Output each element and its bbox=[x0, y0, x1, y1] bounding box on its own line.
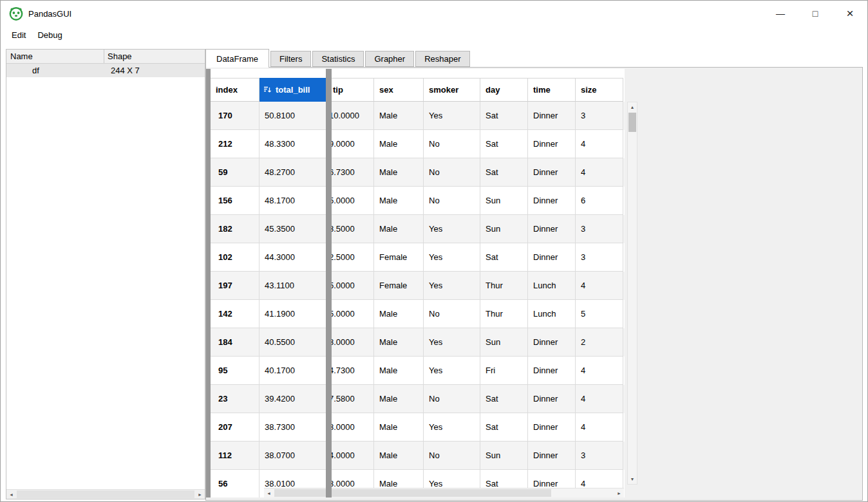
column-header-shape[interactable]: Shape bbox=[104, 50, 205, 63]
sidebar-scrollbar-thumb[interactable] bbox=[17, 490, 194, 498]
column-header-total_bill[interactable]: total_bill bbox=[259, 78, 328, 102]
cell-time[interactable]: Dinner bbox=[528, 102, 576, 130]
tab-statistics[interactable]: Statistics bbox=[312, 51, 364, 67]
close-button[interactable]: × bbox=[833, 1, 867, 26]
horizontal-scrollbar-thumb[interactable] bbox=[274, 489, 551, 497]
cell-tip[interactable]: 3.5000 bbox=[328, 215, 374, 243]
cell-time[interactable]: Dinner bbox=[528, 442, 576, 470]
cell-tip[interactable]: 3.0000 bbox=[328, 413, 374, 442]
tab-grapher[interactable]: Grapher bbox=[365, 51, 414, 67]
maximize-button[interactable]: □ bbox=[798, 1, 833, 26]
column-header-time[interactable]: time bbox=[528, 78, 576, 102]
scroll-left-icon[interactable]: ◄ bbox=[6, 490, 16, 499]
cell-day[interactable]: Sat bbox=[480, 413, 528, 442]
cell-smoker[interactable]: No bbox=[424, 300, 480, 328]
table-horizontal-scrollbar[interactable]: ◄ ► bbox=[264, 488, 624, 497]
cell-size[interactable]: 4 bbox=[576, 272, 623, 300]
cell-sex[interactable]: Male bbox=[374, 158, 424, 187]
cell-total_bill[interactable]: 45.3500 bbox=[259, 215, 328, 243]
cell-smoker[interactable]: No bbox=[424, 385, 480, 413]
cell-time[interactable]: Dinner bbox=[528, 158, 576, 187]
cell-size[interactable]: 3 bbox=[576, 102, 623, 130]
cell-tip[interactable]: 4.0000 bbox=[328, 442, 374, 470]
cell-day[interactable]: Fri bbox=[480, 357, 528, 385]
cell-size[interactable]: 4 bbox=[576, 413, 623, 442]
cell-index[interactable]: 212 bbox=[211, 130, 259, 158]
sidebar-horizontal-scrollbar[interactable]: ◄ ► bbox=[6, 489, 205, 499]
cell-index[interactable]: 102 bbox=[211, 243, 259, 272]
cell-time[interactable]: Dinner bbox=[528, 328, 576, 357]
cell-sex[interactable]: Male bbox=[374, 385, 424, 413]
column-header-smoker[interactable]: smoker bbox=[424, 78, 480, 102]
cell-day[interactable]: Sat bbox=[480, 243, 528, 272]
dataframe-list-item-df[interactable]: df 244 X 7 bbox=[6, 64, 205, 77]
cell-time[interactable]: Dinner bbox=[528, 187, 576, 215]
scroll-up-icon[interactable]: ▲ bbox=[628, 102, 637, 112]
cell-index[interactable]: 182 bbox=[211, 215, 259, 243]
cell-total_bill[interactable]: 40.1700 bbox=[259, 357, 328, 385]
column-header-tip[interactable]: tip bbox=[328, 78, 374, 102]
cell-smoker[interactable]: No bbox=[424, 158, 480, 187]
cell-index[interactable]: 197 bbox=[211, 272, 259, 300]
cell-size[interactable]: 6 bbox=[576, 187, 623, 215]
column-header-index[interactable]: index bbox=[211, 78, 259, 102]
cell-smoker[interactable]: Yes bbox=[424, 102, 480, 130]
scroll-down-icon[interactable]: ▼ bbox=[628, 474, 637, 484]
cell-day[interactable]: Sun bbox=[480, 215, 528, 243]
cell-smoker[interactable]: No bbox=[424, 130, 480, 158]
cell-size[interactable]: 3 bbox=[576, 243, 623, 272]
vertical-scrollbar-thumb[interactable] bbox=[628, 113, 636, 132]
cell-time[interactable]: Dinner bbox=[528, 243, 576, 272]
scroll-left-icon[interactable]: ◄ bbox=[264, 488, 274, 497]
cell-sex[interactable]: Male bbox=[374, 300, 424, 328]
cell-smoker[interactable]: Yes bbox=[424, 357, 480, 385]
cell-tip[interactable]: 10.0000 bbox=[328, 102, 374, 130]
cell-tip[interactable]: 5.0000 bbox=[328, 187, 374, 215]
cell-time[interactable]: Dinner bbox=[528, 130, 576, 158]
cell-time[interactable]: Lunch bbox=[528, 272, 576, 300]
cell-sex[interactable]: Male bbox=[374, 215, 424, 243]
cell-day[interactable]: Sun bbox=[480, 187, 528, 215]
table-vertical-scrollbar[interactable]: ▲ ▼ bbox=[627, 102, 637, 485]
cell-index[interactable]: 142 bbox=[211, 300, 259, 328]
cell-total_bill[interactable]: 48.2700 bbox=[259, 158, 328, 187]
menu-debug[interactable]: Debug bbox=[32, 28, 68, 42]
cell-size[interactable]: 3 bbox=[576, 215, 623, 243]
cell-size[interactable]: 4 bbox=[576, 158, 623, 187]
cell-total_bill[interactable]: 50.8100 bbox=[259, 102, 328, 130]
cell-total_bill[interactable]: 41.1900 bbox=[259, 300, 328, 328]
cell-smoker[interactable]: Yes bbox=[424, 243, 480, 272]
column-header-size[interactable]: size bbox=[576, 78, 623, 102]
cell-size[interactable]: 2 bbox=[576, 328, 623, 357]
cell-sex[interactable]: Male bbox=[374, 130, 424, 158]
cell-tip[interactable]: 9.0000 bbox=[328, 130, 374, 158]
cell-sex[interactable]: Female bbox=[374, 272, 424, 300]
cell-index[interactable]: 156 bbox=[211, 187, 259, 215]
cell-day[interactable]: Sat bbox=[480, 158, 528, 187]
cell-day[interactable]: Thur bbox=[480, 272, 528, 300]
tab-dataframe[interactable]: DataFrame bbox=[205, 49, 269, 68]
cell-tip[interactable]: 7.5800 bbox=[328, 385, 374, 413]
cell-size[interactable]: 3 bbox=[576, 442, 623, 470]
cell-smoker[interactable]: No bbox=[424, 187, 480, 215]
cell-smoker[interactable]: Yes bbox=[424, 328, 480, 357]
cell-day[interactable]: Sat bbox=[480, 385, 528, 413]
cell-smoker[interactable]: Yes bbox=[424, 272, 480, 300]
tab-filters[interactable]: Filters bbox=[270, 51, 311, 67]
cell-sex[interactable]: Male bbox=[374, 328, 424, 357]
cell-day[interactable]: Thur bbox=[480, 300, 528, 328]
cell-size[interactable]: 5 bbox=[576, 300, 623, 328]
cell-index[interactable]: 23 bbox=[211, 385, 259, 413]
cell-total_bill[interactable]: 38.0700 bbox=[259, 442, 328, 470]
minimize-button[interactable]: — bbox=[763, 1, 798, 26]
cell-tip[interactable]: 5.0000 bbox=[328, 272, 374, 300]
cell-tip[interactable]: 3.0000 bbox=[328, 328, 374, 357]
cell-sex[interactable]: Female bbox=[374, 243, 424, 272]
cell-day[interactable]: Sun bbox=[480, 442, 528, 470]
cell-smoker[interactable]: Yes bbox=[424, 413, 480, 442]
cell-sex[interactable]: Male bbox=[374, 102, 424, 130]
cell-time[interactable]: Dinner bbox=[528, 357, 576, 385]
cell-day[interactable]: Sun bbox=[480, 328, 528, 357]
cell-total_bill[interactable]: 43.1100 bbox=[259, 272, 328, 300]
cell-total_bill[interactable]: 39.4200 bbox=[259, 385, 328, 413]
